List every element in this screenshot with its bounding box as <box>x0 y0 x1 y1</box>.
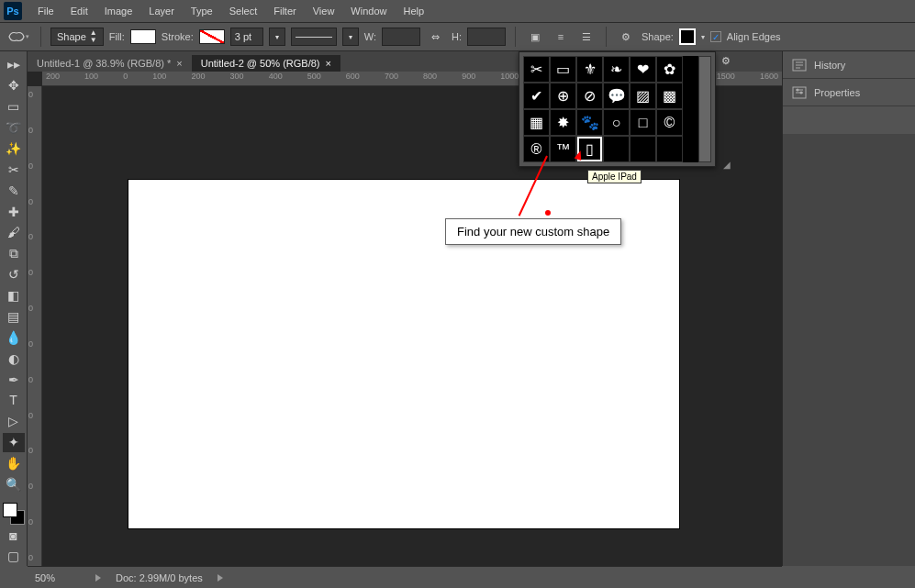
heal-tool[interactable]: ✚ <box>3 202 25 221</box>
zoom-menu-icon[interactable] <box>95 574 101 582</box>
custom-shape-tool[interactable]: ✦ <box>3 433 25 452</box>
crop-tool[interactable]: ✂ <box>3 160 25 179</box>
shape-copyright[interactable]: © <box>656 109 683 136</box>
shape-scissors[interactable]: ✂ <box>523 56 550 83</box>
stroke-style-select[interactable] <box>291 28 337 46</box>
menu-help[interactable]: Help <box>395 3 432 19</box>
align-edges-checkbox[interactable]: ✓ <box>710 31 721 42</box>
square-icon: □ <box>639 116 648 130</box>
doc-tab-2[interactable]: Untitled-2 @ 50% (RGB/8) × <box>192 55 340 72</box>
circle-icon: ○ <box>612 116 621 130</box>
path-select-tool[interactable]: ▷ <box>3 412 25 431</box>
quickmask-icon[interactable]: ◙ <box>3 526 25 545</box>
menu-file[interactable]: File <box>29 3 62 19</box>
zoom-level[interactable]: 50% <box>35 572 81 583</box>
checker-icon: ▩ <box>663 89 676 104</box>
speech-icon: 💬 <box>608 89 626 104</box>
menu-bar: Ps File Edit Image Layer Type Select Fil… <box>0 0 915 22</box>
shape-check[interactable]: ✔ <box>523 83 550 109</box>
doc-tab-1[interactable]: Untitled-1 @ 38.9% (RGB/8) * × <box>28 55 192 72</box>
menu-filter[interactable]: Filter <box>265 3 304 19</box>
scrollbar[interactable] <box>698 56 711 162</box>
popup-resize-handle[interactable]: ◢ <box>723 160 915 586</box>
menu-edit[interactable]: Edit <box>62 3 96 19</box>
shape-rect-outline[interactable]: ▭ <box>550 56 576 83</box>
shape-ornament[interactable]: ❧ <box>603 56 630 83</box>
properties-icon <box>792 86 807 99</box>
stroke-width-input[interactable]: 3 pt <box>230 28 263 46</box>
zoom-tool[interactable]: 🔍 <box>3 475 25 494</box>
shape-speech[interactable]: 💬 <box>603 83 630 109</box>
width-input[interactable] <box>382 28 420 46</box>
shape-hatch[interactable]: ▨ <box>630 83 656 109</box>
shape-heart[interactable]: ❤ <box>630 56 656 83</box>
hand-tool[interactable]: ✋ <box>3 454 25 473</box>
link-wh-icon[interactable]: ⇔ <box>426 28 446 46</box>
shape-tm[interactable]: ™ <box>550 136 576 162</box>
shape-square[interactable]: □ <box>630 109 656 136</box>
shape-blob[interactable]: ✿ <box>656 56 683 83</box>
close-icon[interactable]: × <box>325 58 330 69</box>
shape-grid[interactable]: ▦ <box>523 109 550 136</box>
shape-mode-select[interactable]: Shape ▲▼ <box>50 28 104 46</box>
path-align-icon[interactable]: ≡ <box>551 28 571 46</box>
shape-checker[interactable]: ▩ <box>656 83 683 109</box>
brush-tool[interactable]: 🖌 <box>3 223 25 242</box>
shape-paw[interactable]: 🐾 <box>576 109 603 136</box>
type-tool[interactable]: T <box>3 391 25 410</box>
scissors-icon: ✂ <box>530 62 542 77</box>
wand-tool[interactable]: ✨ <box>3 139 25 159</box>
stroke-swatch[interactable] <box>199 29 225 44</box>
blur-tool[interactable]: 💧 <box>3 327 25 347</box>
shape-empty <box>603 136 630 162</box>
divider <box>515 27 516 47</box>
close-icon[interactable]: × <box>176 58 182 69</box>
eyedropper-tool[interactable]: ✎ <box>3 181 25 200</box>
stroke-width-stepper[interactable]: ▾ <box>269 28 285 46</box>
tm-icon: ™ <box>556 142 571 157</box>
menu-window[interactable]: Window <box>342 3 395 19</box>
custom-shape-tool-icon[interactable]: ▾ <box>6 27 31 47</box>
doc-info[interactable]: Doc: 2.99M/0 bytes <box>116 572 203 583</box>
move-tool[interactable]: ✥ <box>3 76 25 95</box>
lasso-tool[interactable]: ➰ <box>3 118 25 138</box>
gear-icon[interactable]: ⚙ <box>616 28 636 46</box>
menu-view[interactable]: View <box>305 3 343 19</box>
screenmode-icon[interactable]: ▢ <box>3 547 25 566</box>
shape-burst[interactable]: ✸ <box>550 109 576 136</box>
path-arrange-icon[interactable]: ☰ <box>576 28 597 46</box>
fill-swatch[interactable] <box>130 29 156 44</box>
foreground-color[interactable] <box>3 503 17 517</box>
dodge-tool[interactable]: ◐ <box>3 349 25 368</box>
tab-toggle-icon[interactable]: ▸▸ <box>3 55 25 74</box>
marquee-tool[interactable]: ▭ <box>3 97 25 116</box>
shape-target[interactable]: ⊕ <box>550 83 576 109</box>
menu-select[interactable]: Select <box>221 3 266 19</box>
tool-panel: ▸▸ ✥ ▭ ➰ ✨ ✂ ✎ ✚ 🖌 ⧉ ↺ ◧ ▤ 💧 ◐ ✒ T ▷ ✦ ✋… <box>0 51 28 566</box>
popup-gear-icon[interactable]: ⚙ <box>721 55 915 67</box>
menu-type[interactable]: Type <box>183 3 221 19</box>
stamp-tool[interactable]: ⧉ <box>3 244 25 263</box>
pen-tool[interactable]: ✒ <box>3 370 25 389</box>
menu-layer[interactable]: Layer <box>140 3 183 19</box>
history-brush-tool[interactable]: ↺ <box>3 265 25 284</box>
path-op-combine-icon[interactable]: ▣ <box>525 28 545 46</box>
target-icon: ⊕ <box>557 89 569 104</box>
annotation-callout: Find your new custom shape <box>445 218 621 245</box>
shape-fleur[interactable]: ⚜ <box>576 56 603 83</box>
menu-image[interactable]: Image <box>96 3 141 19</box>
gradient-tool[interactable]: ▤ <box>3 307 25 327</box>
shape-no[interactable]: ⊘ <box>576 83 603 109</box>
shape-preview[interactable] <box>679 28 696 45</box>
width-label: W: <box>364 31 376 42</box>
shape-mode-label: Shape <box>57 31 86 42</box>
color-wells[interactable] <box>3 503 25 524</box>
app-logo: Ps <box>4 2 22 20</box>
stroke-style-dropdown[interactable]: ▾ <box>342 28 359 46</box>
shape-dropdown-icon[interactable]: ▾ <box>701 33 705 41</box>
panel-properties[interactable]: Properties <box>783 79 915 106</box>
doc-info-menu-icon[interactable] <box>218 574 223 582</box>
height-input[interactable] <box>467 28 506 46</box>
shape-circle[interactable]: ○ <box>603 109 630 136</box>
eraser-tool[interactable]: ◧ <box>3 286 25 305</box>
